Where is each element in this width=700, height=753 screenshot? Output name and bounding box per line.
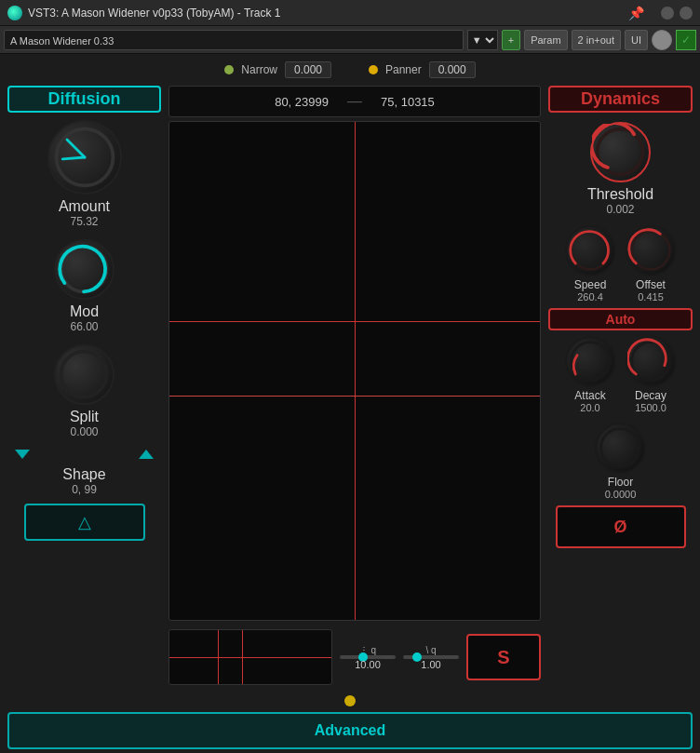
toolbar: A Mason Widener 0.33 ▼ + Param 2 in+out … bbox=[0, 26, 700, 54]
svg-point-2 bbox=[61, 352, 107, 397]
svg-point-8 bbox=[601, 429, 639, 467]
split-knob[interactable] bbox=[54, 344, 114, 405]
floor-section: Floor 0.0000 bbox=[548, 423, 693, 500]
minimize-button[interactable] bbox=[661, 7, 674, 20]
plugin-dropdown[interactable]: ▼ bbox=[467, 30, 498, 50]
main-area: Narrow 0.000 Panner 0.000 Diffusion bbox=[0, 54, 700, 753]
panner-label: Panner bbox=[385, 63, 422, 76]
speed-group: Speed 260.4 bbox=[565, 225, 616, 303]
top-controls: Narrow 0.000 Panner 0.000 bbox=[0, 54, 700, 82]
plus-button[interactable]: + bbox=[502, 30, 520, 50]
slider-q1-value: 10.00 bbox=[355, 659, 381, 670]
svg-point-6 bbox=[571, 343, 609, 381]
speed-label: Speed bbox=[574, 278, 607, 291]
vis-header: 80, 23999 — 75, 10315 bbox=[168, 86, 541, 117]
mod-label: Mod bbox=[70, 303, 99, 320]
vis-bottom-vline2 bbox=[242, 630, 243, 684]
shape-triangle-up bbox=[139, 450, 154, 459]
vis-vline-main bbox=[355, 122, 356, 620]
title-text: VST3: A Mason Widener v0p33 (TobyAM) - T… bbox=[28, 7, 628, 20]
offset-label: Offset bbox=[636, 278, 666, 291]
shape-triangle-down bbox=[15, 450, 30, 459]
dynamics-label: Dynamics bbox=[548, 86, 693, 113]
narrow-label: Narrow bbox=[241, 63, 277, 76]
floor-label: Floor bbox=[608, 476, 633, 489]
floor-value: 0.0000 bbox=[605, 489, 637, 500]
speed-knob[interactable] bbox=[565, 225, 616, 276]
split-value: 0.000 bbox=[70, 425, 98, 438]
offset-group: Offset 0.415 bbox=[626, 225, 677, 303]
attack-decay-row: Attack 20.0 Decay 1500.0 bbox=[565, 336, 677, 413]
close-button[interactable] bbox=[680, 7, 693, 20]
floor-knob[interactable] bbox=[595, 423, 646, 474]
vis-bottom-canvas[interactable] bbox=[168, 629, 332, 685]
vis-right-val: 75, 10315 bbox=[381, 95, 435, 109]
check-button[interactable]: ✓ bbox=[676, 30, 696, 50]
advanced-label: Advanced bbox=[315, 722, 385, 739]
amount-knob-container: Amount 75.32 bbox=[47, 120, 122, 228]
attack-knob[interactable] bbox=[565, 336, 616, 387]
vis-left-val: 80, 23999 bbox=[275, 95, 329, 109]
vis-bottom: ⋮ q 10.00 \ q 1.00 S bbox=[168, 625, 541, 690]
amount-label: Amount bbox=[59, 198, 110, 215]
offset-value: 0.415 bbox=[638, 291, 664, 303]
shape-value: 0, 99 bbox=[72, 483, 97, 496]
split-knob-container: Split 0.000 bbox=[54, 344, 114, 438]
speed-value: 260.4 bbox=[577, 291, 603, 303]
amount-value: 75.32 bbox=[70, 215, 98, 228]
attack-label: Attack bbox=[574, 389, 605, 402]
visualizer-panel: 80, 23999 — 75, 10315 bbox=[168, 86, 541, 690]
diffusion-label: Diffusion bbox=[7, 86, 161, 113]
phase-button[interactable]: Ø bbox=[556, 505, 686, 548]
decay-label: Decay bbox=[635, 389, 666, 402]
vis-canvas[interactable] bbox=[168, 121, 541, 621]
plugin-name: A Mason Widener 0.33 bbox=[4, 30, 464, 50]
param-button[interactable]: Param bbox=[524, 30, 567, 50]
shape-button[interactable]: △ bbox=[24, 504, 145, 541]
slider-q1-group: ⋮ q 10.00 bbox=[340, 645, 396, 670]
dynamics-panel: Dynamics Threshold 0.002 bbox=[548, 86, 693, 690]
decay-group: Decay 1500.0 bbox=[626, 336, 677, 413]
split-label: Split bbox=[70, 409, 99, 425]
titlebar: VST3: A Mason Widener v0p33 (TobyAM) - T… bbox=[0, 0, 700, 26]
attack-group: Attack 20.0 bbox=[565, 336, 616, 413]
auto-label: Auto bbox=[548, 308, 693, 330]
narrow-value[interactable]: 0.000 bbox=[285, 61, 331, 78]
mod-knob-container: Mod 66.00 bbox=[54, 239, 114, 333]
svg-point-5 bbox=[631, 232, 669, 270]
slider-q2-group: \ q 1.00 bbox=[403, 645, 459, 670]
amount-knob[interactable] bbox=[47, 120, 122, 195]
advanced-bar[interactable]: Advanced bbox=[7, 712, 693, 749]
offset-knob[interactable] bbox=[626, 225, 677, 276]
io-button[interactable]: 2 in+out bbox=[572, 30, 621, 50]
s-button[interactable]: S bbox=[466, 634, 541, 680]
slider-q2-value: 1.00 bbox=[421, 659, 440, 670]
ui-button[interactable]: UI bbox=[625, 30, 648, 50]
title-icon bbox=[7, 6, 22, 20]
threshold-knob-container: Threshold 0.002 bbox=[587, 122, 653, 216]
attack-value: 20.0 bbox=[580, 402, 599, 413]
decay-value: 1500.0 bbox=[635, 402, 666, 413]
vis-sep: — bbox=[347, 93, 362, 110]
shape-label: Shape bbox=[62, 466, 105, 483]
pin-icon[interactable]: 📌 bbox=[628, 6, 644, 20]
panner-value[interactable]: 0.000 bbox=[429, 61, 476, 78]
decay-knob[interactable] bbox=[626, 336, 677, 387]
yellow-dot bbox=[344, 695, 356, 706]
vis-hline-right bbox=[355, 396, 540, 397]
vis-bottom-hline bbox=[169, 657, 331, 658]
narrow-group: Narrow 0.000 bbox=[224, 61, 331, 78]
panner-dot bbox=[369, 65, 378, 74]
threshold-knob[interactable] bbox=[590, 122, 651, 182]
diffusion-panel: Diffusion Amount 75.32 bbox=[7, 86, 161, 690]
speed-offset-row: Speed 260.4 Offset 0.415 bbox=[565, 225, 677, 303]
threshold-label: Threshold bbox=[587, 186, 653, 203]
threshold-value: 0.002 bbox=[606, 203, 634, 216]
panner-group: Panner 0.000 bbox=[369, 61, 476, 78]
mod-value: 66.00 bbox=[70, 320, 98, 333]
content-row: Diffusion Amount 75.32 bbox=[0, 82, 700, 693]
mod-knob[interactable] bbox=[54, 239, 114, 300]
vis-hline-left bbox=[169, 396, 355, 397]
toggle-button[interactable] bbox=[652, 30, 672, 50]
yellow-dot-container bbox=[0, 695, 700, 706]
